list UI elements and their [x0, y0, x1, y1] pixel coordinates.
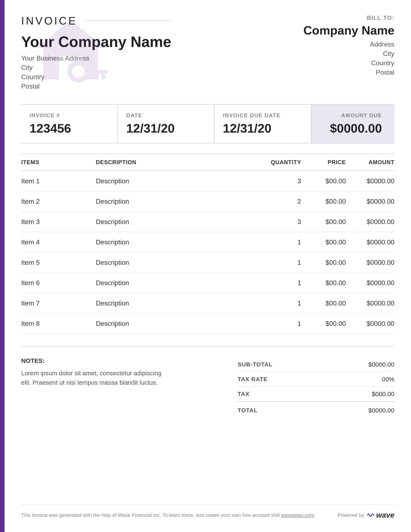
col-header-amount: AMOUNT	[346, 154, 394, 171]
col-header-quantity: QUANTITY	[245, 154, 301, 171]
table-row: Item 8 Description 1 $00.00 $0000.00	[21, 314, 394, 334]
amount-due-section: AMOUNT DUE $0000.00	[311, 105, 394, 143]
tax-rate-label: TAX RATE	[238, 376, 268, 383]
tax-value: $000.00	[372, 390, 394, 398]
row-price-7: $00.00	[301, 293, 346, 314]
notes-text: Lorem ipsum dolor sit amet, consectetur …	[21, 369, 167, 387]
subtotal-row: SUB-TOTAL $0000.00	[238, 357, 394, 372]
subtotal-value: $0000.00	[368, 361, 394, 368]
powered-by: Powered by wave	[338, 511, 394, 520]
row-price-3: $00.00	[301, 212, 346, 232]
table-header-row: ITEMS DESCRIPTION QUANTITY PRICE AMOUNT	[21, 154, 394, 171]
table-row: Item 4 Description 1 $00.00 $0000.00	[21, 232, 394, 253]
header-section: INVOICE Your Company Name Your Business …	[21, 15, 394, 92]
row-amount-8: $0000.00	[346, 314, 394, 334]
row-item-5: Item 5	[21, 253, 96, 273]
bill-country: Country	[303, 59, 394, 67]
items-table: ITEMS DESCRIPTION QUANTITY PRICE AMOUNT …	[21, 154, 394, 334]
row-description-6: Description	[96, 273, 245, 293]
col-header-price: PRICE	[301, 154, 346, 171]
tax-rate-row: TAX RATE 00%	[238, 372, 394, 387]
sender-country: Country	[21, 73, 171, 81]
total-value: $0000.00	[368, 407, 394, 414]
row-price-6: $00.00	[301, 273, 346, 293]
date-label: DATE	[126, 112, 206, 119]
bill-city: City	[303, 50, 394, 57]
table-row: Item 3 Description 3 $00.00 $0000.00	[21, 212, 394, 232]
col-header-description: DESCRIPTION	[96, 154, 245, 171]
row-price-5: $00.00	[301, 253, 346, 273]
tax-label: TAX	[238, 391, 249, 397]
invoice-info-bar: INVOICE # 123456 DATE 12/31/20 INVOICE D…	[21, 104, 394, 143]
footer-text: This invoice was generated with the help…	[21, 512, 314, 518]
notes-label: NOTES:	[21, 357, 226, 364]
row-description-4: Description	[96, 232, 245, 253]
row-quantity-7: 1	[245, 293, 301, 314]
row-item-6: Item 6	[21, 273, 96, 293]
tax-row: TAX $000.00	[238, 387, 394, 401]
row-amount-3: $0000.00	[346, 212, 394, 232]
sender-company-name: Your Company Name	[21, 33, 171, 50]
row-quantity-2: 2	[245, 191, 301, 212]
row-item-1: Item 1	[21, 171, 96, 191]
row-item-8: Item 8	[21, 314, 96, 334]
table-row: Item 7 Description 1 $00.00 $0000.00	[21, 293, 394, 314]
row-quantity-4: 1	[245, 232, 301, 253]
row-quantity-1: 3	[245, 171, 301, 191]
notes-section: NOTES: Lorem ipsum dolor sit amet, conse…	[21, 357, 226, 418]
invoice-title-row: INVOICE	[21, 15, 171, 27]
bill-address: Address	[303, 40, 394, 48]
row-amount-2: $0000.00	[346, 191, 394, 212]
wave-icon	[366, 511, 375, 519]
invoice-number-value: 123456	[29, 121, 109, 135]
date-section: DATE 12/31/20	[118, 105, 215, 143]
content: INVOICE Your Company Name Your Business …	[5, 0, 411, 532]
row-amount-7: $0000.00	[346, 293, 394, 314]
row-amount-6: $0000.00	[346, 273, 394, 293]
total-row: TOTAL $0000.00	[238, 401, 394, 418]
bill-postal: Postal	[303, 69, 394, 76]
powered-by-label: Powered by	[338, 512, 364, 518]
subtotal-label: SUB-TOTAL	[238, 361, 272, 368]
row-item-4: Item 4	[21, 232, 96, 253]
footer-text-label: This invoice was generated with the help…	[21, 512, 280, 518]
invoice-number-section: INVOICE # 123456	[21, 105, 118, 143]
col-header-items: ITEMS	[21, 154, 96, 171]
amount-due-value: $0000.00	[320, 121, 382, 135]
row-amount-5: $0000.00	[346, 253, 394, 273]
row-amount-4: $0000.00	[346, 232, 394, 253]
due-date-section: INVOICE DUE DATE 12/31/20	[215, 105, 311, 143]
row-description-8: Description	[96, 314, 245, 334]
invoice-number-label: INVOICE #	[29, 112, 109, 119]
row-price-2: $00.00	[301, 191, 346, 212]
row-item-3: Item 3	[21, 212, 96, 232]
title-divider	[84, 20, 171, 21]
invoice-page: INVOICE Your Company Name Your Business …	[0, 0, 411, 532]
row-description-7: Description	[96, 293, 245, 314]
bill-to-label: BILL TO:	[303, 15, 394, 21]
invoice-title: INVOICE	[21, 15, 77, 27]
page-footer: This invoice was generated with the help…	[21, 504, 394, 520]
row-item-2: Item 2	[21, 191, 96, 212]
row-item-7: Item 7	[21, 293, 96, 314]
row-quantity-6: 1	[245, 273, 301, 293]
table-row: Item 5 Description 1 $00.00 $0000.00	[21, 253, 394, 273]
bill-company-name: Company Name	[303, 23, 394, 37]
recipient-info: BILL TO: Company Name Address City Count…	[303, 15, 394, 78]
row-description-1: Description	[96, 171, 245, 191]
row-quantity-3: 3	[245, 212, 301, 232]
table-row: Item 2 Description 2 $00.00 $0000.00	[21, 191, 394, 212]
accent-bar	[0, 0, 5, 532]
table-row: Item 1 Description 3 $00.00 $0000.00	[21, 171, 394, 191]
row-price-8: $00.00	[301, 314, 346, 334]
row-quantity-5: 1	[245, 253, 301, 273]
total-label: TOTAL	[238, 407, 258, 414]
sender-postal: Postal	[21, 83, 171, 90]
due-date-label: INVOICE DUE DATE	[223, 112, 303, 119]
row-description-3: Description	[96, 212, 245, 232]
date-value: 12/31/20	[126, 121, 206, 135]
tax-rate-value: 00%	[382, 376, 394, 383]
row-amount-1: $0000.00	[346, 171, 394, 191]
footer-link[interactable]: waveapps.com	[281, 512, 314, 518]
row-description-2: Description	[96, 191, 245, 212]
